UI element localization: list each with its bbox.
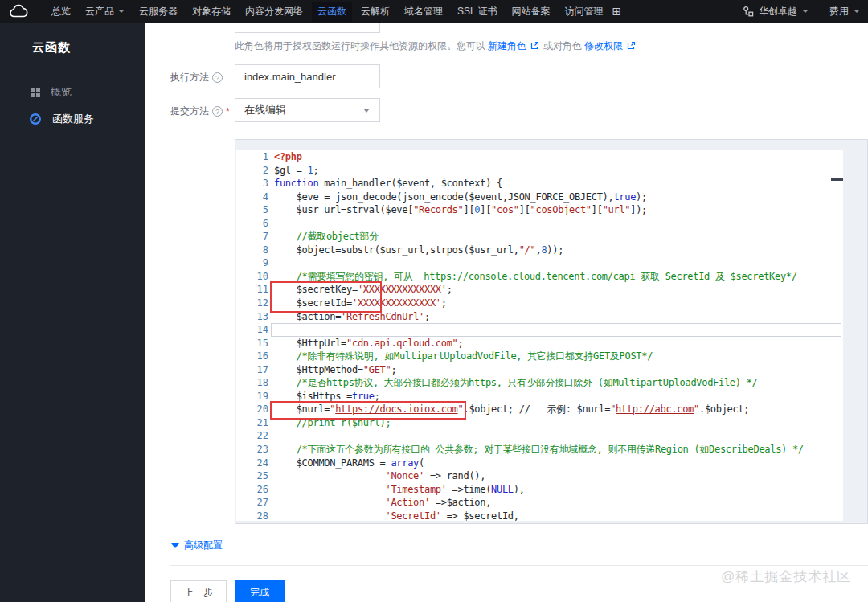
topnav-item-dns[interactable]: 云解析 (355, 2, 395, 22)
line-number: 1 (236, 150, 268, 164)
line-number: 3 (236, 177, 268, 190)
topnav-item-domains[interactable]: 域名管理 (399, 2, 448, 22)
line-number: 8 (236, 244, 268, 257)
scf-icon (29, 113, 42, 125)
code-line-28[interactable]: 'SecretId' => $secretId, (274, 510, 804, 521)
line-number: 11 (236, 283, 268, 297)
line-number: 13 (236, 310, 268, 324)
line-number: 16 (236, 350, 268, 363)
scrollbar-mark[interactable] (831, 178, 843, 181)
line-number: 25 (236, 469, 268, 483)
topnav-item-ssl[interactable]: SSL 证书 (452, 2, 503, 22)
grid-icon (31, 88, 40, 97)
topnav-item-scf[interactable]: 云函数 (312, 2, 352, 22)
line-number: 22 (236, 429, 268, 443)
submit-method-select[interactable]: 在线编辑 (235, 98, 380, 122)
annotation-box-refresh-url (270, 401, 466, 420)
topnav-item-beian[interactable]: 网站备案 (506, 2, 556, 22)
advanced-config-label: 高级配置 (184, 539, 223, 552)
submit-method-label-text: 提交方法 (170, 104, 209, 118)
code-line-18[interactable]: /*是否https协议, 大部分接口都必须为https, 只有少部分接口除外 (… (274, 376, 804, 390)
top-bar: 总览云产品云服务器对象存储内容分发网络云函数云解析域名管理SSL 证书网站备案访… (0, 0, 868, 23)
topnav-item-cam[interactable]: 访问管理 (559, 2, 609, 22)
exec-method-label-text: 执行方法 (170, 71, 209, 84)
code-line-2[interactable]: $gl = 1; (274, 164, 804, 178)
chevron-down-icon (802, 10, 809, 13)
sidebar-item-label: 概览 (51, 85, 72, 100)
external-link-icon[interactable] (627, 41, 636, 52)
code-line-8[interactable]: $object=substr($usr_url,strpos($usr_url,… (274, 244, 804, 257)
code-line-22[interactable] (274, 429, 804, 443)
modify-permission-link[interactable]: 修改权限 (584, 39, 623, 53)
sidebar-item-overview[interactable]: 概览 (0, 80, 145, 104)
annotation-box-secret-keys (270, 281, 382, 313)
line-number: 12 (236, 297, 268, 310)
chevron-down-icon (118, 10, 125, 13)
line-number: 6 (236, 217, 268, 231)
code-line-6[interactable] (274, 217, 804, 231)
code-line-17[interactable]: $HttpMethod="GET"; (274, 363, 804, 377)
line-number: 17 (236, 363, 268, 377)
code-line-4[interactable]: $eve = json_decode(json_encode($event,JS… (274, 190, 804, 204)
topnav-item-cos[interactable]: 对象存储 (186, 2, 236, 22)
topnav-item-products[interactable]: 云产品 (80, 2, 130, 22)
line-number: 21 (236, 416, 268, 430)
triangle-down-icon (171, 543, 179, 548)
line-number: 14 (236, 323, 268, 337)
topnav-item-overview[interactable]: 总览 (46, 2, 76, 22)
role-input-partial[interactable] (235, 23, 380, 33)
org-icon (743, 6, 754, 17)
code-line-27[interactable]: 'Action' =>$action, (274, 496, 804, 510)
code-line-7[interactable]: //截取object部分 (274, 230, 804, 244)
code-line-16[interactable]: /*除非有特殊说明, 如MultipartUploadVodFile, 其它接口… (274, 350, 804, 363)
billing-menu[interactable]: 费用 (829, 5, 860, 18)
current-line-highlight (271, 323, 841, 337)
topbar-right: 华创卓越 费用 (743, 0, 860, 23)
previous-step-button[interactable]: 上一步 (170, 580, 227, 602)
help-icon[interactable]: ? (212, 106, 223, 117)
line-number: 9 (236, 256, 268, 270)
code-line-9[interactable] (274, 256, 804, 270)
top-nav: 总览云产品云服务器对象存储内容分发网络云函数云解析域名管理SSL 证书网站备案访… (46, 2, 609, 22)
role-hint-text: 或对角色 (543, 39, 582, 53)
line-number: 20 (236, 403, 268, 416)
advanced-config-toggle[interactable]: 高级配置 (171, 539, 223, 552)
account-menu[interactable]: 华创卓越 (743, 5, 809, 18)
cloud-logo[interactable] (0, 0, 39, 23)
topnav-item-cvm[interactable]: 云服务器 (133, 2, 183, 22)
cloud-logo-icon (8, 3, 31, 19)
code-line-23[interactable]: /*下面这五个参数为所有接口的 公共参数; 对于某些接口没有地域概念, 则不用传… (274, 443, 804, 457)
sidebar-item-function-service[interactable]: 函数服务 (0, 107, 145, 131)
code-line-24[interactable]: $COMMON_PARAMS = array( (274, 457, 804, 470)
topnav-item-cdn[interactable]: 内容分发网络 (240, 2, 309, 22)
submit-method-value: 在线编辑 (244, 103, 363, 117)
submit-method-label: 提交方法 ? * (170, 104, 230, 118)
line-number: 7 (236, 230, 268, 244)
code-line-3[interactable]: function main_handler($event, $context) … (274, 177, 804, 190)
chevron-down-icon (854, 10, 860, 13)
chevron-down-icon (363, 109, 370, 113)
line-number: 5 (236, 203, 268, 217)
create-role-link[interactable]: 新建角色 (488, 39, 526, 53)
code-line-25[interactable]: 'Nonce' => rand(), (274, 469, 804, 483)
done-button[interactable]: 完成 (235, 580, 285, 602)
code-line-5[interactable]: $usr_url=strval($eve["Records"][0]["cos"… (274, 203, 804, 217)
line-number: 4 (236, 190, 268, 204)
code-line-26[interactable]: 'Timestamp' =>time(NULL), (274, 483, 804, 497)
code-line-1[interactable]: <?php (274, 150, 804, 164)
external-link-icon[interactable] (530, 41, 539, 52)
divider (170, 565, 868, 566)
code-line-15[interactable]: $HttpUrl="cdn.api.qcloud.com"; (274, 337, 804, 350)
line-number: 26 (236, 483, 268, 497)
line-number: 15 (236, 337, 268, 350)
billing-label: 费用 (829, 5, 849, 18)
sidebar-title: 云函数 (32, 40, 71, 55)
line-number: 2 (236, 164, 268, 178)
line-number: 27 (236, 496, 268, 510)
help-icon[interactable]: ? (212, 72, 223, 83)
code-editor[interactable]: 1234567891011121314151617181920212223242… (235, 139, 868, 524)
required-mark: * (226, 106, 230, 117)
exec-method-input[interactable] (235, 64, 380, 88)
line-number: 18 (236, 376, 268, 390)
add-nav-icon[interactable]: ⊞ (612, 5, 622, 18)
